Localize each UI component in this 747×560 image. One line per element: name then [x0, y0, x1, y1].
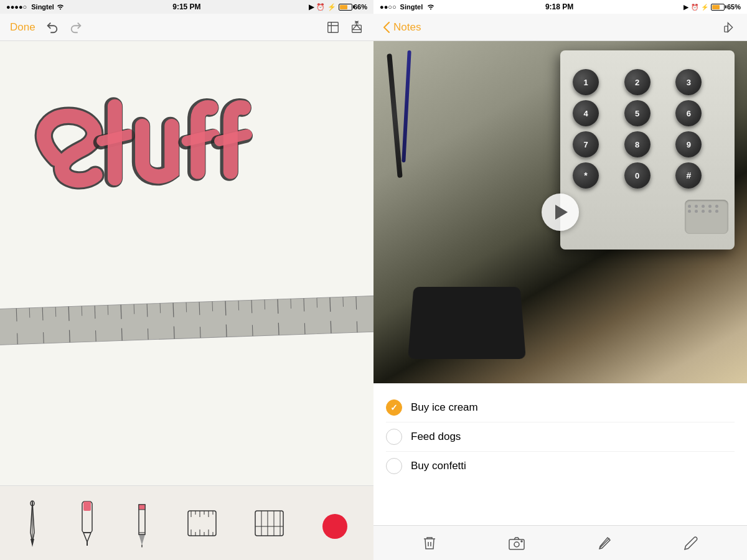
svg-line-43	[121, 328, 122, 340]
checkbox-1[interactable]: ✓	[386, 399, 402, 416]
svg-point-88	[521, 541, 522, 542]
svg-line-52	[357, 321, 357, 332]
signal-dots-right: ●●○○	[380, 3, 397, 11]
svg-line-37	[343, 297, 344, 307]
svg-line-49	[278, 323, 279, 335]
svg-line-48	[252, 325, 253, 336]
svg-line-30	[251, 300, 252, 313]
undo-button[interactable]	[45, 21, 59, 34]
video-thumbnail[interactable]: 1 2 3 4 5 6 7 8 9 * 0 #	[374, 41, 747, 383]
carrier-right: Singtel	[400, 3, 423, 11]
battery-left: 66%	[339, 3, 367, 11]
svg-line-35	[317, 298, 317, 308]
checklist-item-2: Feed dogs	[386, 422, 735, 452]
svg-line-19	[108, 305, 108, 315]
back-button[interactable]: Notes	[383, 21, 421, 34]
checklist-text-1: Buy ice cream	[411, 401, 478, 414]
svg-line-12	[16, 309, 17, 322]
drawing-canvas[interactable]	[0, 41, 374, 485]
svg-line-7	[187, 134, 214, 141]
svg-line-40	[44, 332, 44, 343]
svg-rect-0	[328, 22, 339, 32]
drawing-button[interactable]	[592, 531, 617, 556]
wifi-icon-right	[426, 2, 435, 11]
frame-button[interactable]	[326, 21, 340, 34]
svg-line-33	[291, 299, 291, 309]
time-left: 9:15 PM	[172, 2, 200, 11]
svg-line-51	[331, 321, 331, 334]
svg-line-50	[304, 323, 305, 334]
battery-right	[711, 4, 725, 11]
svg-line-24	[173, 303, 174, 317]
pen-tool[interactable]	[20, 495, 45, 551]
drawing-tools-bar	[0, 485, 374, 560]
svg-line-23	[160, 303, 161, 313]
checkbox-3[interactable]	[386, 458, 402, 474]
eraser-tool[interactable]	[249, 495, 289, 551]
svg-line-47	[226, 325, 227, 337]
play-button[interactable]	[542, 194, 579, 231]
svg-rect-63	[188, 511, 216, 536]
toolbar-left: Done	[0, 14, 374, 41]
svg-line-21	[134, 304, 134, 314]
signal-dots-left: ●●●●○	[6, 3, 27, 11]
color-picker[interactable]	[316, 495, 354, 551]
bluetooth-icon-right: ⚡	[701, 4, 708, 11]
redo-button[interactable]	[69, 21, 83, 34]
carrier-left: Singtel	[31, 3, 54, 11]
svg-rect-56	[83, 502, 91, 511]
svg-line-38	[356, 296, 357, 309]
checklist-item-3: Buy confetti	[386, 452, 735, 480]
location-icon-left: ▶	[309, 3, 314, 11]
time-right: 9:18 PM	[545, 2, 573, 11]
delete-button[interactable]	[417, 530, 442, 556]
drawing-svg	[0, 41, 374, 485]
alarm-icon-right: ⏰	[691, 4, 698, 11]
share-button-left[interactable]	[350, 21, 364, 34]
svg-line-45	[174, 327, 174, 339]
ruler-tool[interactable]	[182, 495, 222, 551]
checklist-text-3: Buy confetti	[411, 460, 466, 472]
nav-bar-right: Notes	[374, 14, 747, 41]
svg-line-20	[121, 305, 121, 319]
pencil-tool[interactable]	[129, 495, 154, 551]
svg-line-13	[29, 308, 30, 318]
svg-line-44	[148, 329, 149, 340]
checklist-item-1: ✓ Buy ice cream	[386, 393, 735, 422]
phone-scene: 1 2 3 4 5 6 7 8 9 * 0 #	[374, 41, 747, 383]
svg-point-82	[322, 514, 347, 539]
done-button[interactable]: Done	[10, 21, 35, 34]
svg-line-39	[17, 333, 18, 344]
compose-button[interactable]	[679, 531, 703, 556]
svg-line-31	[265, 300, 265, 310]
alarm-icon-left: ⏰	[316, 3, 325, 11]
bluetooth-icon-left: ⚡	[327, 3, 336, 11]
svg-rect-60	[139, 505, 145, 510]
checklist-text-2: Feed dogs	[411, 431, 461, 443]
checkbox-2[interactable]	[386, 429, 402, 445]
status-bar-right: ●●○○ Singtel 9:18 PM ▶ ⏰ ⚡ 65%	[374, 0, 747, 14]
svg-line-18	[95, 306, 95, 319]
svg-line-25	[186, 302, 187, 312]
svg-line-32	[278, 299, 278, 314]
svg-line-26	[199, 302, 200, 315]
svg-line-41	[70, 330, 70, 342]
bottom-bar-right	[374, 525, 747, 560]
checklist: ✓ Buy ice cream Feed dogs Buy confetti	[374, 383, 747, 490]
status-bar-left: ●●●●○ Singtel 9:15 PM ▶ ⏰ ⚡ 66%	[0, 0, 374, 14]
svg-line-36	[330, 297, 331, 312]
svg-line-15	[55, 307, 56, 317]
svg-rect-83	[725, 26, 728, 32]
svg-point-87	[514, 542, 519, 547]
location-icon-right: ▶	[684, 4, 688, 11]
marker-tool[interactable]	[72, 495, 103, 551]
svg-line-9	[220, 134, 247, 141]
right-panel: ●●○○ Singtel 9:18 PM ▶ ⏰ ⚡ 65% Notes	[374, 0, 747, 560]
svg-line-46	[200, 327, 200, 338]
share-button-right[interactable]	[723, 21, 737, 34]
camera-button[interactable]	[504, 531, 530, 555]
wifi-icon-left	[56, 2, 65, 11]
back-label: Notes	[393, 21, 421, 34]
svg-line-27	[212, 302, 213, 312]
svg-line-42	[96, 330, 96, 342]
